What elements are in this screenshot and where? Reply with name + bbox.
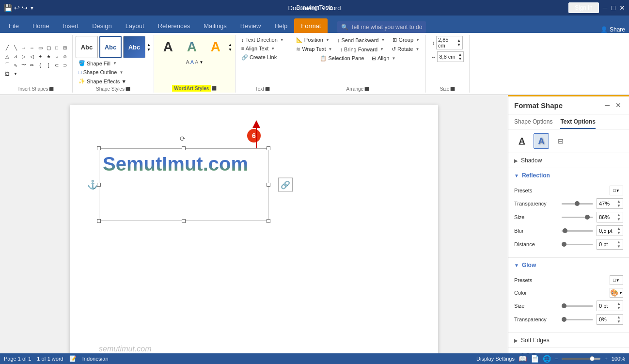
language[interactable]: Indonesian xyxy=(82,356,109,362)
zoom-slider[interactable] xyxy=(562,358,600,360)
right-triangle-icon[interactable]: ⊿ xyxy=(12,52,19,60)
transparency-spinner[interactable]: ▲▼ xyxy=(617,199,621,208)
document-area[interactable]: 6 ⟳ ⚓ xyxy=(0,95,508,364)
shape-styles-scroll[interactable]: ▲ ▼ xyxy=(147,43,151,52)
glow-size-thumb[interactable] xyxy=(562,303,566,308)
align-button[interactable]: ⊟ Align ▼ xyxy=(369,54,398,63)
shape9-icon[interactable]: ⊃ xyxy=(61,61,69,69)
tab-layout[interactable]: Layout xyxy=(119,18,151,33)
square-icon[interactable]: □ xyxy=(53,44,61,51)
reflection-distance-thumb[interactable] xyxy=(562,242,566,247)
blur-spinner[interactable]: ▲▼ xyxy=(617,226,621,235)
glow-transparency-thumb[interactable] xyxy=(562,317,566,322)
star-icon[interactable]: ✦ xyxy=(36,52,44,60)
reflection-blur-thumb[interactable] xyxy=(563,228,567,233)
round-rect-icon[interactable]: ▢ xyxy=(45,44,52,51)
insert-shapes-expand-icon[interactable]: ⬛ xyxy=(49,87,54,91)
arrow-right-icon[interactable]: ▷ xyxy=(20,52,28,60)
create-link-button[interactable]: 🔗 Create Link xyxy=(238,53,280,62)
size-expand-icon[interactable]: ⬛ xyxy=(450,87,455,91)
wordart-sample-1[interactable]: A xyxy=(157,36,179,58)
star5-icon[interactable]: ★ xyxy=(45,52,52,60)
rotate-button[interactable]: ↺ Rotate ▼ xyxy=(389,45,422,53)
tab-references[interactable]: References xyxy=(151,18,197,33)
align-text-button[interactable]: ≡ Align Text ▼ xyxy=(238,45,278,52)
glow-header[interactable]: ▼ Glow xyxy=(508,258,629,272)
reflection-size-thumb[interactable] xyxy=(585,215,590,220)
reflection-distance-input[interactable]: 0 pt ▲▼ xyxy=(597,239,623,250)
shape-fill-button[interactable]: 🪣 Shape Fill ▼ xyxy=(76,59,120,67)
text-fill-icon-btn[interactable]: A xyxy=(514,133,530,149)
size-spinner[interactable]: ▲▼ xyxy=(617,213,621,222)
arrow-left-icon[interactable]: ◁ xyxy=(28,52,36,60)
text-shadow-icon-btn[interactable]: A xyxy=(534,133,549,149)
reflection-distance-slider[interactable] xyxy=(562,244,593,245)
rotate-handle[interactable]: ⟳ xyxy=(180,135,188,142)
wordart-styles-expand-icon[interactable]: ⬛ xyxy=(212,86,217,91)
reflection-blur-slider[interactable] xyxy=(562,230,593,232)
save-icon[interactable]: 💾 xyxy=(4,4,12,12)
position-button[interactable]: 📐 Position ▼ xyxy=(293,36,332,44)
view-web-icon[interactable]: 🌐 xyxy=(543,355,551,363)
reflection-presets-btn[interactable]: □▼ xyxy=(610,186,623,195)
tab-home[interactable]: Home xyxy=(26,18,56,33)
selection-pane-button[interactable]: 📋 Selection Pane xyxy=(317,54,367,63)
signin-button[interactable]: Sign in xyxy=(568,2,599,13)
pen-icon[interactable]: ✏ xyxy=(28,61,36,69)
line-icon[interactable]: ╱ xyxy=(3,44,11,51)
arrow-icon[interactable]: → xyxy=(20,44,28,51)
send-backward-button[interactable]: ↓ Send Backward ▼ xyxy=(334,36,388,44)
scroll-icon[interactable]: ⊞ xyxy=(61,44,69,51)
line2-icon[interactable]: ╲ xyxy=(12,44,19,51)
shape-styles-expand-icon[interactable]: ⬛ xyxy=(126,87,130,91)
handle-top-center[interactable] xyxy=(182,146,186,150)
zigzag-icon[interactable]: ∿ xyxy=(12,61,19,69)
glow-transparency-slider[interactable] xyxy=(562,319,593,320)
bracket-icon[interactable]: [ xyxy=(45,61,52,69)
move-handle[interactable]: ⚓ xyxy=(87,179,98,190)
shape-style-1[interactable]: Abc xyxy=(76,36,98,58)
double-arrow-icon[interactable]: ↔ xyxy=(28,44,36,51)
triangle-icon[interactable]: △ xyxy=(3,52,11,60)
glow-size-slider[interactable] xyxy=(562,305,593,307)
wordart-scroll[interactable]: ▲ ▼ xyxy=(228,43,232,52)
height-input[interactable]: 2,85 cm ▲▼ xyxy=(436,36,463,49)
tab-review[interactable]: Review xyxy=(234,18,268,33)
handle-bottom-right[interactable] xyxy=(267,219,270,223)
handle-mid-left[interactable] xyxy=(97,183,101,187)
shape-outline-button[interactable]: □ Shape Outline ▼ xyxy=(76,68,126,76)
reflection-header[interactable]: ▼ Reflection xyxy=(508,168,629,183)
reflection-transparency-slider[interactable] xyxy=(562,203,593,205)
text-direction-button[interactable]: ↕ Text Direction ▼ xyxy=(238,36,287,44)
minimize-button[interactable]: ─ xyxy=(603,4,608,12)
shape-effects-button[interactable]: ✨ Shape Effects ▼ xyxy=(76,77,129,85)
handle-mid-right[interactable] xyxy=(267,183,270,187)
tab-design[interactable]: Design xyxy=(85,18,118,33)
tab-format[interactable]: Format xyxy=(294,18,328,33)
tab-mailings[interactable]: Mailings xyxy=(197,18,234,33)
wrap-text-button[interactable]: ≋ Wrap Text ▼ xyxy=(293,45,335,53)
reflection-size-input[interactable]: 86% ▲▼ xyxy=(597,212,623,222)
shape-style-3[interactable]: Abc xyxy=(123,36,145,58)
display-settings[interactable]: Display Settings xyxy=(476,356,515,362)
handle-bottom-center[interactable] xyxy=(182,219,186,223)
bring-forward-button[interactable]: ↑ Bring Forward ▼ xyxy=(337,45,387,53)
distance-spinner[interactable]: ▲▼ xyxy=(617,240,621,249)
ellipse-icon[interactable]: ○ xyxy=(53,52,61,60)
proofing-icon[interactable]: 📝 xyxy=(69,355,77,362)
reflection-transparency-thumb[interactable] xyxy=(575,201,580,206)
redo-icon[interactable]: ↪ xyxy=(22,4,28,12)
text-options-tab[interactable]: Text Options xyxy=(560,118,595,129)
brace-icon[interactable]: { xyxy=(36,61,44,69)
link-icon[interactable]: 🔗 xyxy=(278,178,293,192)
tab-help[interactable]: Help xyxy=(267,18,294,33)
group-button[interactable]: ⊞ Group ▼ xyxy=(390,36,423,44)
shape8-icon[interactable]: ⊂ xyxy=(53,61,61,69)
view-print-icon[interactable]: 📄 xyxy=(531,355,539,363)
qat-more-icon[interactable]: ▼ xyxy=(30,5,34,11)
tab-insert[interactable]: Insert xyxy=(56,18,86,33)
glow-color-btn[interactable]: 🎨▼ xyxy=(610,288,623,298)
curve-icon[interactable]: ⌒ xyxy=(3,61,11,69)
panel-close-button[interactable]: ✕ xyxy=(613,100,623,110)
text-layout-icon-btn[interactable]: ⊟ xyxy=(553,133,568,149)
